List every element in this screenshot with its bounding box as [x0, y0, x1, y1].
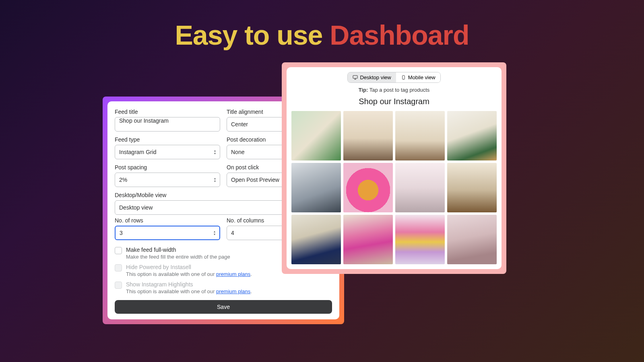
- mobile-icon: [401, 75, 406, 80]
- preview-feed-title: Shop our Instagram: [291, 97, 497, 106]
- svg-point-4: [403, 78, 404, 79]
- tip-text: Tip: Tap a post to tag products: [291, 87, 497, 93]
- premium-plans-link[interactable]: premium plans: [216, 271, 250, 277]
- grid-post[interactable]: [291, 111, 341, 160]
- show-highlights-label: Show Instagram Highlights: [126, 281, 332, 288]
- grid-post[interactable]: [395, 215, 445, 264]
- grid-post[interactable]: [343, 163, 393, 212]
- show-highlights-checkbox: [115, 282, 122, 289]
- grid-post[interactable]: [447, 163, 497, 212]
- grid-post[interactable]: [291, 215, 341, 264]
- grid-post[interactable]: [395, 111, 445, 160]
- grid-post[interactable]: [343, 111, 393, 160]
- desktop-icon: [353, 75, 358, 80]
- show-highlights-desc: This option is available with one of our…: [126, 288, 332, 294]
- feed-type-select[interactable]: Instagram Grid ▴▾: [115, 145, 220, 159]
- chevron-updown-icon: ▴▾: [214, 177, 216, 183]
- full-width-checkbox[interactable]: [115, 247, 122, 254]
- grid-post[interactable]: [447, 111, 497, 160]
- instagram-grid: [291, 111, 497, 264]
- grid-post[interactable]: [291, 163, 341, 212]
- rows-label: No. of rows: [115, 217, 220, 224]
- view-toggle: Desktop view Mobile view: [291, 72, 497, 83]
- mobile-view-toggle[interactable]: Mobile view: [396, 72, 440, 82]
- desktop-view-toggle[interactable]: Desktop view: [348, 72, 396, 82]
- feed-title-input[interactable]: Shop our Instagram: [115, 117, 220, 132]
- stepper-icon[interactable]: ▴▾: [214, 230, 215, 236]
- grid-post[interactable]: [447, 215, 497, 264]
- hero-title-part2: Dashboard: [330, 20, 469, 50]
- hero-title-part1: Easy to use: [175, 20, 330, 50]
- svg-rect-0: [353, 76, 357, 78]
- hero-title: Easy to use Dashboard: [0, 0, 644, 51]
- preview-card: Desktop view Mobile view Tip: Tap a post…: [282, 62, 506, 274]
- grid-post[interactable]: [395, 163, 445, 212]
- post-spacing-label: Post spacing: [115, 164, 220, 171]
- grid-post[interactable]: [343, 215, 393, 264]
- feed-type-label: Feed type: [115, 136, 220, 143]
- post-spacing-select[interactable]: 2% ▴▾: [115, 173, 220, 187]
- premium-plans-link[interactable]: premium plans: [216, 288, 250, 294]
- chevron-updown-icon: ▴▾: [214, 149, 216, 155]
- feed-title-label: Feed title: [115, 109, 220, 115]
- preview-panel: Desktop view Mobile view Tip: Tap a post…: [287, 67, 502, 269]
- hide-powered-checkbox: [115, 264, 122, 272]
- save-button[interactable]: Save: [115, 300, 332, 314]
- rows-input[interactable]: 3 ▴▾: [115, 226, 220, 240]
